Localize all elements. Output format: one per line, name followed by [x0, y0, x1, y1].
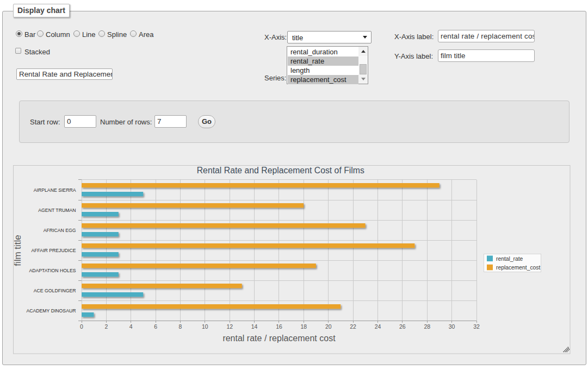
svg-text:rental rate / replacement cost: rental rate / replacement cost: [222, 334, 336, 343]
svg-text:AGENT TRUMAN: AGENT TRUMAN: [38, 208, 76, 213]
svg-text:32: 32: [473, 323, 480, 330]
svg-text:18: 18: [301, 323, 307, 330]
svg-text:4: 4: [129, 323, 133, 330]
svg-text:22: 22: [350, 323, 356, 330]
svg-text:0: 0: [80, 323, 83, 330]
svg-text:8: 8: [179, 323, 182, 330]
svg-text:26: 26: [399, 323, 406, 330]
svg-text:rental_rate: rental_rate: [496, 256, 523, 262]
svg-text:24: 24: [375, 323, 381, 330]
svg-text:Rental Rate and Replacement Co: Rental Rate and Replacement Cost of Film…: [197, 166, 364, 175]
svg-text:10: 10: [202, 323, 208, 330]
svg-text:30: 30: [449, 323, 455, 330]
svg-text:12: 12: [226, 323, 233, 330]
svg-text:film title: film title: [13, 235, 23, 266]
svg-text:14: 14: [251, 323, 258, 330]
svg-text:28: 28: [424, 323, 430, 330]
svg-text:AIRPLANE SIERRA: AIRPLANE SIERRA: [34, 187, 76, 193]
svg-text:ADAPTATION HOLES: ADAPTATION HOLES: [29, 268, 76, 273]
svg-text:2: 2: [104, 323, 108, 330]
svg-text:ACE GOLDFINGER: ACE GOLDFINGER: [34, 288, 76, 293]
svg-text:16: 16: [276, 323, 282, 330]
svg-text:AFFAIR PREJUDICE: AFFAIR PREJUDICE: [31, 248, 76, 253]
svg-text:replacement_cost: replacement_cost: [496, 265, 540, 271]
svg-text:ACADEMY DINOSAUR: ACADEMY DINOSAUR: [26, 308, 76, 313]
svg-text:20: 20: [325, 323, 332, 330]
svg-text:6: 6: [154, 323, 157, 330]
svg-text:AFRICAN EGG: AFRICAN EGG: [44, 228, 76, 233]
